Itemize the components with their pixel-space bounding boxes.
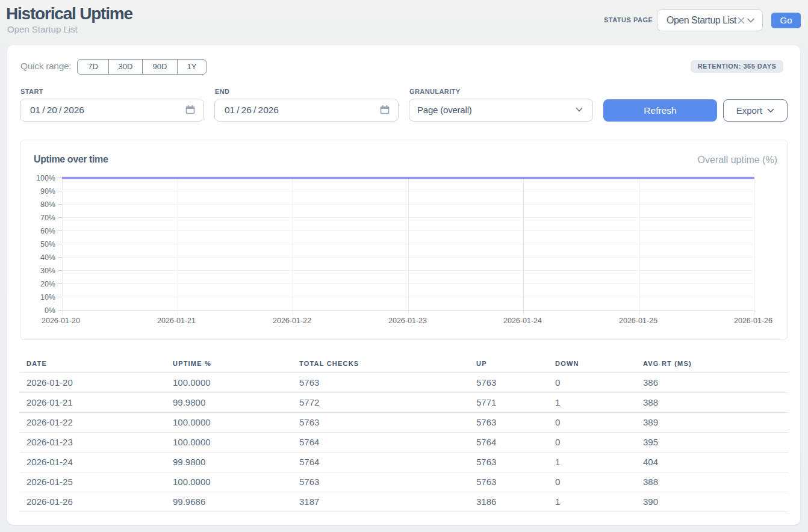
svg-text:80%: 80% bbox=[40, 200, 55, 209]
svg-text:40%: 40% bbox=[40, 253, 55, 262]
svg-text:2026-01-21: 2026-01-21 bbox=[157, 317, 196, 325]
svg-text:100%: 100% bbox=[36, 174, 55, 182]
svg-text:2026-01-20: 2026-01-20 bbox=[42, 317, 80, 325]
svg-text:50%: 50% bbox=[40, 240, 55, 249]
svg-text:10%: 10% bbox=[40, 293, 55, 302]
svg-text:60%: 60% bbox=[40, 227, 55, 235]
svg-text:2026-01-24: 2026-01-24 bbox=[503, 317, 542, 325]
svg-text:90%: 90% bbox=[40, 187, 55, 196]
svg-text:2026-01-23: 2026-01-23 bbox=[388, 317, 427, 325]
svg-text:20%: 20% bbox=[40, 280, 55, 288]
svg-text:30%: 30% bbox=[40, 267, 55, 275]
svg-text:2026-01-25: 2026-01-25 bbox=[619, 317, 657, 325]
svg-text:0%: 0% bbox=[45, 306, 55, 315]
svg-text:2026-01-22: 2026-01-22 bbox=[273, 317, 311, 325]
svg-text:2026-01-26: 2026-01-26 bbox=[734, 317, 772, 325]
svg-text:70%: 70% bbox=[40, 214, 55, 222]
